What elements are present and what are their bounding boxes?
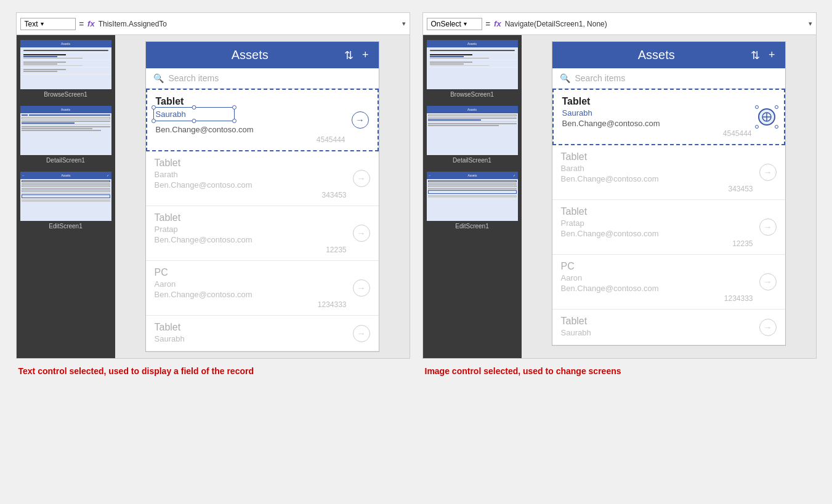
left-list-item-3-subtitle: Aaron bbox=[155, 279, 347, 289]
right-list-item-1-title: Tablet bbox=[561, 151, 753, 162]
left-app-header: Assets ⇅ + bbox=[146, 42, 379, 68]
right-screen-detail[interactable]: Assets DetailScreen1 bbox=[427, 106, 518, 166]
right-handle-tr bbox=[775, 105, 778, 109]
left-panel: Text ▾ = fx ▾ Assets bbox=[16, 12, 410, 359]
left-screen-edit[interactable]: ← Assets ✓ bbox=[20, 172, 111, 231]
right-handle-br bbox=[775, 125, 778, 129]
left-list-item-4[interactable]: Tablet Saurabh → bbox=[146, 316, 379, 351]
right-sort-icon[interactable]: ⇅ bbox=[751, 49, 760, 62]
left-screen-edit-label: EditScreen1 bbox=[20, 221, 111, 231]
left-app-header-title: Assets bbox=[156, 48, 344, 62]
left-list-item-1-number: 343453 bbox=[155, 191, 347, 199]
left-list-item-2-title: Tablet bbox=[155, 212, 347, 223]
right-list-item-0-content: Tablet Saurabh Ben.Change@contoso.com 45… bbox=[562, 96, 752, 138]
right-list-item-1-number: 343453 bbox=[561, 185, 753, 193]
left-list-item-3-title: PC bbox=[155, 267, 347, 278]
left-search-bar[interactable]: 🔍 Search items bbox=[146, 68, 379, 89]
left-formula-dropdown[interactable]: Text ▾ bbox=[20, 18, 76, 30]
left-list-item-2[interactable]: Tablet Pratap Ben.Change@contoso.com 122… bbox=[146, 206, 379, 261]
left-formula-end-arrow: ▾ bbox=[402, 20, 406, 28]
left-sort-icon[interactable]: ⇅ bbox=[344, 49, 353, 62]
left-list-item-4-subtitle: Saurabh bbox=[155, 334, 347, 343]
right-caption: Image control selected, used to change s… bbox=[422, 366, 817, 376]
left-preview-area: Assets ⇅ + 🔍 Search items bbox=[115, 35, 410, 358]
right-screen-detail-thumb: Assets bbox=[427, 106, 518, 155]
right-formula-eq: = bbox=[486, 19, 491, 28]
right-list-item-4-arrow[interactable]: → bbox=[759, 319, 777, 336]
right-formula-dropdown[interactable]: OnSelect ▾ bbox=[427, 18, 482, 30]
left-list-item-3-arrow[interactable]: → bbox=[353, 279, 370, 297]
left-formula-dropdown-chevron: ▾ bbox=[41, 20, 44, 27]
right-list-item-3-arrow[interactable]: → bbox=[759, 273, 777, 290]
right-list-item-1-email: Ben.Change@contoso.com bbox=[561, 174, 753, 183]
right-list-item-2-email: Ben.Change@contoso.com bbox=[561, 229, 753, 238]
left-formula-bar: Text ▾ = fx ▾ bbox=[17, 13, 410, 35]
left-list-item-1-email: Ben.Change@contoso.com bbox=[155, 180, 347, 190]
left-list-item-2-arrow[interactable]: → bbox=[353, 225, 370, 242]
left-list-item-1-subtitle: Barath bbox=[155, 170, 347, 179]
left-list-item-4-arrow[interactable]: → bbox=[353, 325, 370, 342]
left-list-item-1[interactable]: Tablet Barath Ben.Change@contoso.com 343… bbox=[146, 151, 379, 206]
right-list-item-0-arrow-wrapper bbox=[758, 108, 775, 126]
right-list-item-0-title: Tablet bbox=[562, 96, 752, 107]
right-handle-tl bbox=[755, 105, 759, 109]
left-list-item-2-email: Ben.Change@contoso.com bbox=[155, 235, 347, 244]
right-preview-area: Assets ⇅ + 🔍 Search items bbox=[522, 35, 816, 358]
handle-tm bbox=[192, 105, 196, 110]
left-screens-sidebar: Assets bbox=[17, 35, 115, 358]
right-list-item-3[interactable]: PC Aaron Ben.Change@contoso.com 1234333 … bbox=[552, 255, 785, 310]
crosshair-svg bbox=[761, 111, 772, 122]
left-app-frame: Assets ⇅ + 🔍 Search items bbox=[145, 41, 379, 352]
right-search-icon: 🔍 bbox=[560, 73, 570, 83]
right-list-item-2[interactable]: Tablet Pratap Ben.Change@contoso.com 122… bbox=[552, 200, 785, 255]
left-add-icon[interactable]: + bbox=[362, 49, 369, 62]
right-screen-edit-thumb: ← Assets ✓ bbox=[427, 172, 518, 221]
handle-bl bbox=[151, 119, 156, 123]
left-screen-browse[interactable]: Assets bbox=[20, 40, 111, 100]
right-list-item-0-subtitle: Saurabh bbox=[562, 108, 752, 118]
left-search-text: Search items bbox=[169, 73, 219, 83]
left-screen-detail[interactable]: Assets bbox=[20, 106, 111, 166]
panels-row: Text ▾ = fx ▾ Assets bbox=[12, 12, 820, 359]
right-panel: OnSelect ▾ = fx ▾ Assets bbox=[422, 12, 817, 359]
left-screen-browse-thumb: Assets bbox=[20, 40, 111, 89]
right-screen-edit[interactable]: ← Assets ✓ EditScreen1 bbox=[427, 172, 518, 231]
left-list-item-0-title: Tablet bbox=[156, 96, 345, 107]
right-search-bar[interactable]: 🔍 Search items bbox=[552, 68, 785, 89]
right-screen-browse[interactable]: Assets bbox=[427, 40, 518, 100]
right-list-item-2-subtitle: Pratap bbox=[561, 218, 753, 228]
right-list-item-1-subtitle: Barath bbox=[561, 164, 753, 173]
right-list-item-1-arrow[interactable]: → bbox=[759, 164, 777, 181]
right-add-icon[interactable]: + bbox=[769, 49, 775, 62]
right-screen-browse-label: BrowseScreen1 bbox=[427, 89, 518, 100]
left-screen-detail-label: DetailScreen1 bbox=[20, 155, 111, 166]
left-formula-fx: fx bbox=[87, 19, 95, 28]
right-formula-end-arrow: ▾ bbox=[809, 20, 812, 28]
right-formula-dropdown-chevron: ▾ bbox=[464, 20, 467, 27]
right-list-item-0-arrow[interactable] bbox=[758, 108, 775, 126]
right-search-text: Search items bbox=[575, 73, 626, 83]
left-text-selection-box bbox=[153, 107, 235, 121]
right-list-item-0[interactable]: Tablet Saurabh Ben.Change@contoso.com 45… bbox=[552, 89, 785, 145]
right-formula-fx: fx bbox=[494, 19, 501, 28]
left-panel-body: Assets bbox=[17, 35, 410, 358]
left-list-item-0-content: Tablet Saurabh bbox=[156, 96, 345, 144]
left-list-item-0-arrow[interactable]: → bbox=[352, 111, 369, 129]
left-list-item-3[interactable]: PC Aaron Ben.Change@contoso.com 1234333 … bbox=[146, 261, 379, 316]
right-formula-input[interactable] bbox=[505, 20, 805, 28]
right-list-item-2-title: Tablet bbox=[561, 206, 753, 217]
left-list-item-0[interactable]: Tablet Saurabh bbox=[146, 89, 379, 151]
left-formula-input[interactable] bbox=[99, 20, 398, 28]
handle-bm bbox=[192, 119, 196, 123]
handle-br bbox=[232, 119, 236, 123]
right-list-item-4[interactable]: Tablet Saurabh → bbox=[552, 310, 785, 345]
left-screen-edit-thumb: ← Assets ✓ bbox=[20, 172, 111, 221]
right-list-item-1[interactable]: Tablet Barath Ben.Change@contoso.com 343… bbox=[552, 145, 785, 200]
left-formula-eq: = bbox=[79, 19, 84, 28]
left-screen-browse-label: BrowseScreen1 bbox=[20, 89, 111, 100]
right-list-item-2-number: 12235 bbox=[561, 239, 753, 248]
left-formula-dropdown-label: Text bbox=[25, 20, 38, 28]
left-list-item-1-arrow[interactable]: → bbox=[353, 170, 370, 187]
right-list-item-2-arrow[interactable]: → bbox=[759, 218, 777, 236]
left-list-item-3-number: 1234333 bbox=[155, 300, 347, 309]
